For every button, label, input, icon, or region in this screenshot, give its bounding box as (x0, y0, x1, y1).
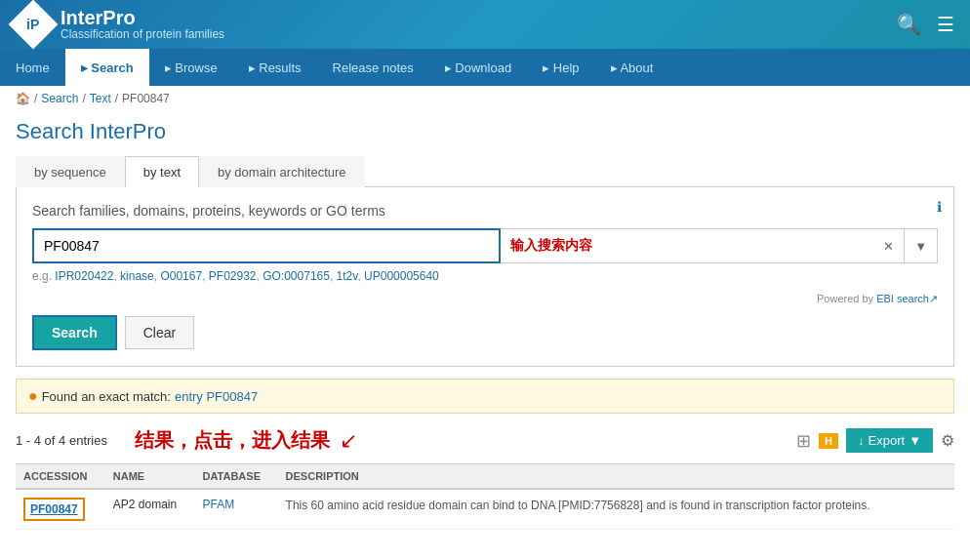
nav-browse[interactable]: ▸ Browse (149, 49, 233, 86)
logo-text: InterPro Classification of protein famil… (61, 8, 224, 41)
input-annotation: 输入搜索内容 (501, 229, 873, 262)
toolbar-right: ⊞ H ↓ Export ▼ ⚙ (796, 428, 954, 453)
exact-match-bar: ● Found an exact match: entry PF00847 (16, 379, 954, 414)
col-name: NAME (105, 464, 195, 490)
breadcrumb-text[interactable]: Text (90, 92, 111, 105)
ebi-search-link[interactable]: EBI search↗ (876, 293, 938, 304)
logo-icon[interactable]: iP (9, 0, 59, 49)
search-hint: Search families, domains, proteins, keyw… (32, 203, 938, 219)
nav-download[interactable]: ▸ Download (429, 49, 527, 86)
action-buttons: Search Clear (32, 315, 938, 350)
nav-about-label: ▸ About (611, 60, 654, 75)
input-dropdown-arrow[interactable]: ▼ (905, 229, 937, 262)
export-icon: ↓ (858, 433, 865, 448)
main-content: Search InterPro by sequence by text by d… (0, 111, 970, 545)
export-label: Export (869, 433, 906, 448)
table-header-row: ACCESSION NAME DATABASE DESCRIPTION (16, 464, 954, 490)
nav-help-label: ▸ Help (543, 60, 579, 75)
results-annotation: 结果，点击，进入结果 (135, 427, 330, 454)
nav-search[interactable]: ▸ Search (65, 49, 149, 86)
exact-match-link[interactable]: entry PF00847 (175, 389, 258, 404)
example-ipr020422[interactable]: IPR020422 (55, 269, 113, 283)
nav-results-label: ▸ Results (249, 60, 302, 75)
tab-by-sequence[interactable]: by sequence (16, 156, 125, 187)
breadcrumb-home[interactable]: 🏠 (16, 92, 30, 105)
top-header: iP InterPro Classification of protein fa… (0, 0, 970, 49)
example-kinase[interactable]: kinase (120, 269, 154, 283)
nav-search-label: ▸ Search (81, 60, 134, 75)
breadcrumb-search[interactable]: Search (41, 92, 78, 105)
breadcrumb: 🏠 / Search / Text / PF00847 (0, 86, 970, 111)
clear-button[interactable]: Clear (125, 316, 194, 349)
accession-link[interactable]: PF00847 (23, 498, 85, 521)
search-panel: ℹ Search families, domains, proteins, ke… (16, 187, 954, 367)
menu-icon[interactable]: ☰ (937, 13, 954, 36)
col-accession: ACCESSION (16, 464, 105, 490)
results-count: 1 - 4 of 4 entries (16, 433, 107, 448)
examples: e.g. IPR020422, kinase, O00167, PF02932,… (32, 269, 938, 283)
nav-download-label: ▸ Download (445, 60, 511, 75)
nav-bar: Home ▸ Search ▸ Browse ▸ Results Release… (0, 49, 970, 86)
nav-release-notes[interactable]: Release notes (317, 49, 429, 86)
info-icon[interactable]: ℹ (937, 199, 942, 215)
logo-area: iP InterPro Classification of protein fa… (16, 7, 897, 42)
search-input-wrapper (32, 228, 501, 263)
tab-by-domain[interactable]: by domain architecture (199, 156, 365, 187)
export-dropdown-icon: ▼ (909, 433, 921, 448)
tabs: by sequence by text by domain architectu… (16, 156, 954, 187)
example-go0007165[interactable]: GO:0007165 (263, 269, 330, 283)
search-input-area: 输入搜索内容 ✕ ▼ (32, 228, 938, 263)
nav-browse-label: ▸ Browse (165, 60, 218, 75)
col-database: DATABASE (195, 464, 278, 490)
col-description: DESCRIPTION (278, 464, 954, 490)
input-clear-x[interactable]: ✕ (873, 229, 905, 262)
powered-by: Powered by EBI search↗ (32, 293, 938, 305)
exact-match-text: Found an exact match: (42, 389, 171, 404)
example-pf02932[interactable]: PF02932 (209, 269, 257, 283)
export-button[interactable]: ↓ Export ▼ (846, 428, 933, 453)
search-icon[interactable]: 🔍 (897, 13, 921, 36)
brand-subtitle: Classification of protein families (61, 27, 224, 41)
results-table: ACCESSION NAME DATABASE DESCRIPTION PF00… (16, 463, 954, 530)
nav-release-notes-label: Release notes (333, 60, 414, 75)
table-row: PF00847 AP2 domain PFAM This 60 amino ac… (16, 489, 954, 530)
tab-by-text[interactable]: by text (125, 156, 199, 187)
match-icon: ● (28, 387, 38, 405)
h-badge[interactable]: H (819, 433, 838, 449)
cell-name: AP2 domain (105, 489, 195, 530)
breadcrumb-current: PF00847 (122, 92, 170, 105)
cell-description: This 60 amino acid residue domain can bi… (278, 489, 954, 530)
header-icons: 🔍 ☰ (897, 13, 954, 36)
nav-about[interactable]: ▸ About (595, 49, 669, 86)
example-o00167[interactable]: O00167 (160, 269, 202, 283)
cell-accession: PF00847 (16, 489, 105, 530)
nav-home-label: Home (16, 60, 50, 75)
settings-icon[interactable]: ⚙ (941, 431, 954, 450)
brand-name: InterPro (61, 8, 224, 27)
page-title: Search InterPro (16, 119, 954, 144)
search-button[interactable]: Search (32, 315, 117, 350)
arrow-icon: ↙ (340, 428, 357, 454)
results-section: ● Found an exact match: entry PF00847 1 … (16, 379, 954, 530)
nav-help[interactable]: ▸ Help (527, 49, 594, 86)
nav-home[interactable]: Home (0, 49, 65, 86)
nav-results[interactable]: ▸ Results (233, 49, 317, 86)
search-input[interactable] (34, 230, 499, 261)
results-toolbar: 1 - 4 of 4 entries 结果，点击，进入结果 ↙ ⊞ H ↓ Ex… (16, 421, 954, 460)
example-1t2v[interactable]: 1t2v (337, 269, 358, 283)
example-up000005640[interactable]: UP000005640 (364, 269, 439, 283)
grid-view-icon[interactable]: ⊞ (796, 430, 811, 452)
cell-database: PFAM (195, 489, 278, 530)
